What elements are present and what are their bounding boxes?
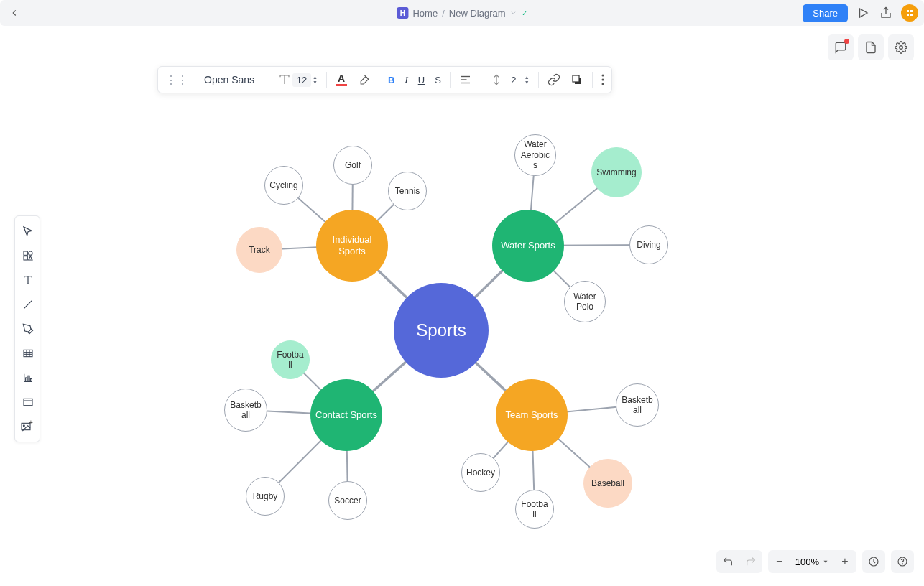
node-label: Football bbox=[516, 499, 553, 520]
export-button[interactable] bbox=[878, 5, 894, 21]
center-node[interactable]: Sports bbox=[394, 283, 489, 378]
leaf-node[interactable]: Basketball bbox=[224, 389, 267, 432]
leaf-node[interactable]: Basketball bbox=[616, 383, 659, 427]
leaf-node[interactable]: Track bbox=[236, 227, 282, 273]
node-label: Baseball bbox=[587, 478, 629, 488]
svg-marker-0 bbox=[860, 9, 868, 17]
node-label: Basketball bbox=[616, 395, 658, 416]
node-label: Water Polo bbox=[565, 292, 605, 312]
leaf-node[interactable]: Hockey bbox=[461, 453, 500, 492]
node-label: Diving bbox=[632, 240, 665, 250]
svg-rect-2 bbox=[907, 10, 909, 12]
node-label: Basketball bbox=[225, 400, 267, 421]
leaf-node[interactable]: Tennis bbox=[388, 172, 427, 210]
breadcrumb-doc[interactable]: New Diagram bbox=[449, 8, 506, 19]
breadcrumb-home[interactable]: Home bbox=[412, 8, 438, 19]
breadcrumb: H Home / New Diagram ✓ bbox=[397, 7, 527, 19]
node-label: Swimming bbox=[592, 167, 640, 177]
svg-rect-5 bbox=[910, 14, 913, 16]
leaf-node[interactable]: Diving bbox=[629, 225, 668, 264]
node-label: Soccer bbox=[330, 496, 365, 506]
breadcrumb-separator: / bbox=[442, 8, 445, 19]
node-label: Rugby bbox=[249, 491, 282, 501]
leaf-node[interactable]: Rugby bbox=[246, 477, 285, 516]
leaf-node[interactable]: Swimming bbox=[591, 147, 642, 197]
chevron-down-icon[interactable] bbox=[510, 8, 517, 19]
svg-rect-3 bbox=[910, 10, 913, 12]
user-avatar[interactable] bbox=[901, 4, 918, 22]
sync-status-icon: ✓ bbox=[522, 9, 527, 17]
leaf-node[interactable]: Soccer bbox=[328, 481, 367, 520]
leaf-node[interactable]: Football bbox=[271, 340, 310, 379]
node-label: Hockey bbox=[462, 468, 499, 478]
node-label: Football bbox=[272, 350, 309, 371]
node-label: Cycling bbox=[265, 180, 302, 190]
app-logo: H bbox=[397, 7, 408, 19]
branch-node[interactable]: Team Sports bbox=[496, 379, 568, 451]
node-label: Water Sports bbox=[496, 240, 559, 251]
branch-node[interactable]: Individual Sports bbox=[316, 210, 388, 282]
share-button[interactable]: Share bbox=[803, 4, 848, 22]
node-label: Contact Sports bbox=[311, 409, 382, 421]
node-label: Team Sports bbox=[502, 409, 563, 421]
leaf-node[interactable]: Golf bbox=[333, 146, 372, 185]
leaf-node[interactable]: Football bbox=[515, 490, 554, 529]
node-label: Golf bbox=[341, 160, 365, 170]
leaf-node[interactable]: Cycling bbox=[264, 166, 303, 205]
svg-rect-4 bbox=[907, 14, 909, 16]
node-label: Water Aerobics bbox=[515, 139, 555, 170]
node-label: Track bbox=[244, 245, 274, 255]
branch-node[interactable]: Water Sports bbox=[492, 210, 564, 282]
canvas[interactable]: TrackCyclingGolfTennisWater AerobicsSwim… bbox=[0, 26, 924, 586]
leaf-node[interactable]: Water Polo bbox=[564, 281, 606, 322]
node-label: Individual Sports bbox=[316, 234, 388, 256]
branch-node[interactable]: Contact Sports bbox=[310, 379, 382, 451]
back-button[interactable] bbox=[6, 4, 23, 22]
top-bar: H Home / New Diagram ✓ Share bbox=[0, 0, 924, 26]
leaf-node[interactable]: Water Aerobics bbox=[514, 134, 556, 176]
node-label: Tennis bbox=[391, 186, 425, 196]
leaf-node[interactable]: Baseball bbox=[583, 459, 632, 508]
present-button[interactable] bbox=[855, 5, 871, 21]
node-label: Sports bbox=[412, 320, 470, 341]
